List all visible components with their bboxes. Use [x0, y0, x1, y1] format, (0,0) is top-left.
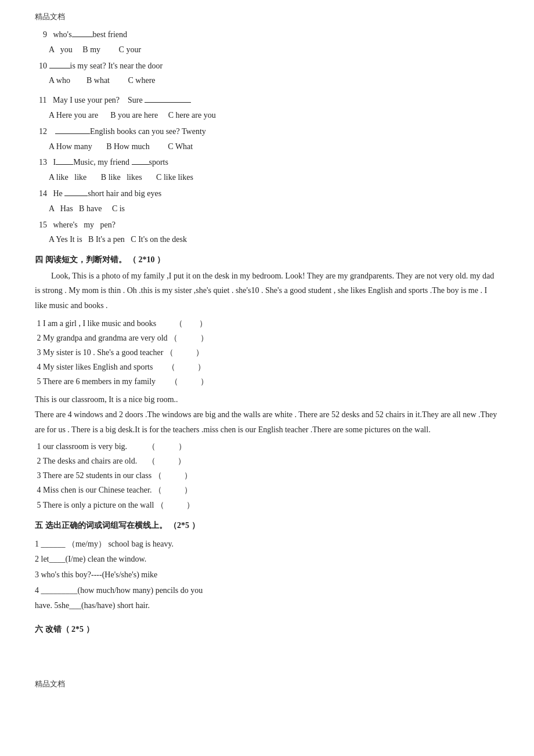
options-12: A How many B How much C What [49, 140, 499, 154]
question-12: 12 English books can you see? Twenty [35, 125, 499, 139]
fill-item-1: 1 ______ （me/my） school bag is heavy. [35, 537, 499, 552]
tf1-item-4: 4 My sister likes English and sports （ ） [35, 360, 499, 374]
passage2: There are 4 windows and 2 doors .The win… [35, 407, 499, 436]
fill-item-5: have. 5she___(has/have) short hair. [35, 598, 499, 614]
question-10: 10 is my seat? It's near the door [35, 59, 499, 73]
fill-item-3: 3 who's this boy?----(He's/she's) mike [35, 567, 499, 583]
options-11: A Here you are B you are here C here are… [49, 108, 499, 122]
fill-item-4: 4 _________(how much/how many) pencils d… [35, 583, 499, 599]
tf1-item-1: 1 I am a girl , I like music and books （… [35, 316, 499, 331]
section6-blank [35, 638, 499, 673]
section5-title: 五 选出正确的词或词组写在横线上。 （2*5 ） [35, 520, 499, 531]
passage1: Look, This is a photo of my family ,I pu… [35, 269, 499, 313]
tf2-item-1: 1 our classroom is very big. （ ） [35, 439, 499, 454]
options-14: A Has B have C is [49, 202, 499, 216]
tf2-item-5: 5 There is only a picture on the wall （ … [35, 498, 499, 512]
fill-section: 1 ______ （me/my） school bag is heavy. 2 … [35, 537, 499, 614]
tf1-item-2: 2 My grandpa and grandma are very old （ … [35, 331, 499, 345]
options-10: A who B what C where [49, 74, 499, 88]
options-15: A Yes It is B It's a pen C It's on the d… [49, 233, 499, 247]
options-9: A you B my C your [49, 43, 499, 57]
question-9: 9 who'sbest friend [35, 28, 499, 42]
watermark-top: 精品文档 [35, 12, 499, 22]
question-11: 11 May I use your pen? Sure [35, 93, 499, 107]
section4-title: 四 阅读短文，判断对错。 （ 2*10 ） [35, 255, 499, 265]
questions-section: 9 who'sbest friend A you B my C your 10 … [35, 28, 499, 247]
question-14: 14 He short hair and big eyes [35, 187, 499, 201]
question-13: 13 IMusic, my friend sports [35, 155, 499, 169]
options-13: A like like B like likes C like likes [49, 171, 499, 185]
tf1-list: 1 I am a girl , I like music and books （… [35, 316, 499, 389]
watermark-bottom: 精品文档 [35, 679, 499, 689]
tf2-list: 1 our classroom is very big. （ ） 2 The d… [35, 439, 499, 512]
question-15: 15 where's my pen? [35, 218, 499, 232]
tf2-item-2: 2 The desks and chairs are old. （ ） [35, 454, 499, 468]
section6-title: 六 改错（ 2*5 ） [35, 624, 499, 635]
tf2-item-3: 3 There are 52 students in our class （ ） [35, 468, 499, 483]
passage2-intro: This is our classroom, It is a nice big … [35, 393, 499, 407]
tf1-item-5: 5 There are 6 members in my family （ ） [35, 374, 499, 389]
fill-item-2: 2 let____(I/me) clean the window. [35, 552, 499, 567]
tf1-item-3: 3 My sister is 10 . She's a good teacher… [35, 345, 499, 360]
tf2-item-4: 4 Miss chen is our Chinese teacher. （ ） [35, 483, 499, 497]
